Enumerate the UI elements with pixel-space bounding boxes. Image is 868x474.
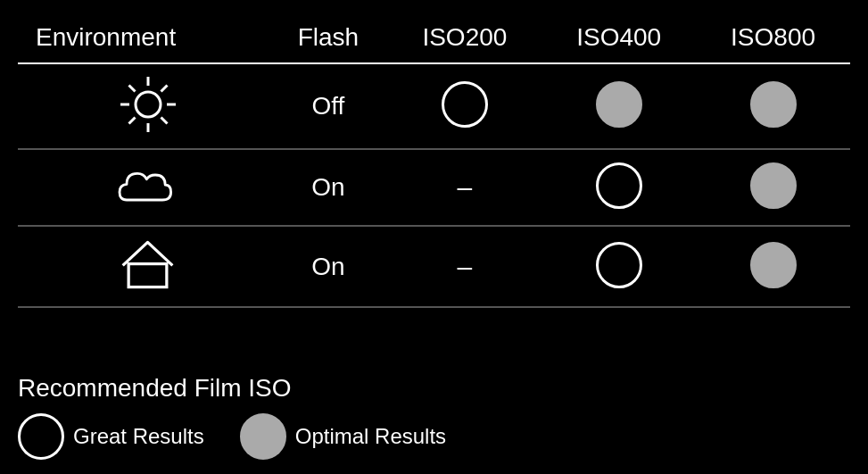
svg-line-5 xyxy=(128,86,135,92)
table-row-sun: Off xyxy=(18,63,850,149)
legend-title: Recommended Film ISO xyxy=(18,374,850,403)
flash-cell-sun: Off xyxy=(269,63,387,149)
main-table-container: Environment Flash ISO200 ISO400 ISO800 xyxy=(0,0,868,362)
env-cell-cloud xyxy=(18,149,269,226)
legend-great-label: Great Results xyxy=(73,424,204,449)
legend-circle-great xyxy=(18,413,64,460)
circle-great-sun-iso200 xyxy=(442,81,488,128)
sun-icon xyxy=(117,73,179,136)
flash-label-house: On xyxy=(311,253,344,280)
dash-house-iso200: – xyxy=(458,252,473,282)
table-row-house: On – xyxy=(18,226,850,307)
iso800-cell-house xyxy=(696,226,850,307)
svg-line-6 xyxy=(161,118,167,124)
circle-optimal-sun-iso800 xyxy=(750,81,797,128)
legend-circle-optimal xyxy=(240,413,286,460)
circle-optimal-house-iso800 xyxy=(750,242,797,288)
col-header-flash: Flash xyxy=(269,9,387,63)
col-header-iso400: ISO400 xyxy=(541,9,696,63)
iso200-cell-cloud: – xyxy=(387,149,541,226)
svg-point-0 xyxy=(136,92,161,117)
iso200-cell-house: – xyxy=(387,226,541,307)
table-row-cloud: On – xyxy=(18,149,850,226)
env-cell-sun xyxy=(18,63,269,149)
circle-optimal-sun-iso400 xyxy=(596,81,642,128)
cloud-icon xyxy=(112,200,184,215)
circle-great-house-iso400 xyxy=(596,242,642,288)
col-header-environment: Environment xyxy=(18,9,269,63)
flash-label-cloud: On xyxy=(311,173,344,201)
col-header-iso200: ISO200 xyxy=(387,9,541,63)
col-header-iso800: ISO800 xyxy=(696,9,850,63)
circle-optimal-cloud-iso800 xyxy=(750,162,797,209)
flash-cell-cloud: On xyxy=(269,149,387,226)
iso200-cell-sun xyxy=(387,63,541,149)
iso-table: Environment Flash ISO200 ISO400 ISO800 xyxy=(18,9,850,308)
svg-rect-9 xyxy=(128,264,167,287)
legend-item-great: Great Results xyxy=(18,413,204,460)
flash-cell-house: On xyxy=(269,226,387,307)
svg-line-8 xyxy=(128,118,135,124)
iso800-cell-cloud xyxy=(696,149,850,226)
iso800-cell-sun xyxy=(696,63,850,149)
dash-cloud-iso200: – xyxy=(458,172,473,203)
legend-item-optimal: Optimal Results xyxy=(240,413,446,460)
iso400-cell-sun xyxy=(541,63,696,149)
env-cell-house xyxy=(18,226,269,307)
legend-area: Recommended Film ISO Great Results Optim… xyxy=(0,362,868,474)
house-icon xyxy=(119,281,177,296)
iso400-cell-house xyxy=(541,226,696,307)
flash-label-sun: Off xyxy=(312,92,345,120)
svg-line-7 xyxy=(161,86,167,92)
legend-optimal-label: Optimal Results xyxy=(295,424,446,449)
legend-items: Great Results Optimal Results xyxy=(18,413,850,474)
iso400-cell-cloud xyxy=(541,149,696,226)
circle-great-cloud-iso400 xyxy=(596,162,642,209)
